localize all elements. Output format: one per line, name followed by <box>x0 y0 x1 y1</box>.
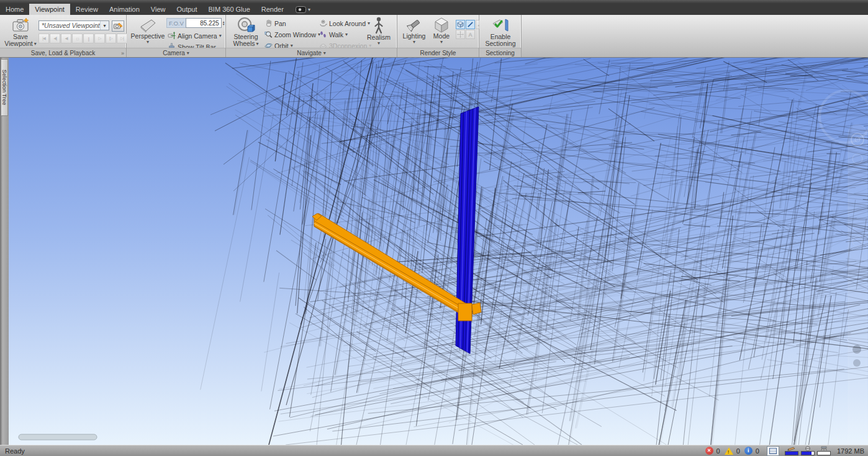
lighting-dropdown-arrow: ▾ <box>413 40 415 44</box>
tab-render[interactable]: Render <box>256 4 289 15</box>
ribbon-tab-bar: Home Viewpoint Review Animation View Out… <box>0 4 868 15</box>
media-camera-icon <box>296 6 306 13</box>
warning-icon[interactable]: ! <box>725 447 733 455</box>
pan-hand-icon <box>264 19 273 27</box>
walk-dropdown-arrow: ▾ <box>345 32 348 37</box>
sheet-browser-button[interactable] <box>767 446 779 456</box>
fov-label: F.O.V <box>166 18 186 28</box>
navbar-walk-icon[interactable] <box>853 359 861 367</box>
lighting-flashlight-icon <box>406 17 422 33</box>
navisworks-window: Home Viewpoint Review Animation View Out… <box>0 0 868 456</box>
zoom-window-button[interactable]: Zoom Window ▾ <box>264 30 320 39</box>
align-camera-icon <box>168 32 176 40</box>
panel-label-navigate: Navigate ▾ <box>226 48 397 57</box>
model-canvas[interactable] <box>9 58 868 445</box>
save-viewpoint-button[interactable]: Save Viewpoint ▾ <box>4 17 37 47</box>
panel-expander-icon[interactable]: » <box>121 50 124 56</box>
playback-stop-button[interactable]: □ <box>72 34 83 43</box>
realism-dropdown-arrow: ▾ <box>377 41 380 45</box>
tab-review[interactable]: Review <box>70 4 104 15</box>
steering-wheels-button[interactable]: Steering Wheels ▾ <box>230 17 262 47</box>
realism-button[interactable]: Realism ▾ <box>364 17 394 45</box>
ribbon: Save Viewpoint ▾ *Unsaved Viewpoint* ▾ |… <box>0 15 868 58</box>
tab-home[interactable]: Home <box>0 4 29 15</box>
enable-sectioning-label-2: Sectioning <box>485 40 515 47</box>
mode-button[interactable]: Mode ▾ <box>428 17 454 44</box>
pan-label: Pan <box>274 20 286 27</box>
walk-label: Walk <box>329 31 343 38</box>
panel-sectioning: Enable Sectioning Sectioning <box>479 15 522 57</box>
steering-wheels-dropdown-arrow: ▾ <box>256 42 259 46</box>
pencil-icon <box>787 447 796 451</box>
playback-forward-button[interactable]: ▷| <box>117 34 127 43</box>
panel-dropdown-arrow[interactable]: ▾ <box>323 50 326 56</box>
tab-animation[interactable]: Animation <box>104 4 145 15</box>
steering-wheels-icon <box>237 17 255 34</box>
viewpoint-combobox-value: *Unsaved Viewpoint* <box>39 22 100 29</box>
selection-tree-tab[interactable]: Selection Tree <box>1 59 8 116</box>
panel-render-style: Lighting ▾ Mode ▾ <box>397 15 479 57</box>
playback-play-button[interactable]: ▷ <box>94 34 105 43</box>
look-around-button[interactable]: Look Around ▾ <box>319 19 370 28</box>
save-viewpoint-label-2: Viewpoint <box>4 40 32 47</box>
status-bar: Ready × 0 ! 0 i 0 <box>0 445 868 456</box>
fov-spinner[interactable]: ▴ ▾ <box>223 20 225 26</box>
look-around-icon <box>319 19 327 27</box>
lighting-button[interactable]: Lighting ▾ <box>400 17 428 44</box>
tab-view[interactable]: View <box>145 4 171 15</box>
pan-button[interactable]: Pan <box>264 19 286 28</box>
camera-icon <box>11 17 30 34</box>
tab-bim360glue[interactable]: BIM 360 Glue <box>203 4 256 15</box>
viewpoint-combobox[interactable]: *Unsaved Viewpoint* ▾ <box>38 20 109 30</box>
mode-cube-icon <box>434 17 449 33</box>
panel-label-save-load-playback: Save, Load & Playback » <box>0 48 126 57</box>
playback-rewind-button[interactable]: |◀ <box>38 34 49 43</box>
mode-dropdown-arrow: ▾ <box>440 40 443 44</box>
perspective-button[interactable]: Perspective ▾ <box>130 18 165 44</box>
tab-viewpoint[interactable]: Viewpoint <box>29 4 70 15</box>
info-count: 0 <box>756 447 759 455</box>
edit-current-viewpoint-button[interactable] <box>112 20 124 32</box>
selection-tree-tab-label: Selection Tree <box>1 69 7 105</box>
render-lines-toggle[interactable] <box>466 20 475 29</box>
fov-spin-down[interactable]: ▾ <box>223 23 225 26</box>
playback-step-back-button[interactable]: ◀| <box>50 34 60 43</box>
panel-dropdown-arrow[interactable]: ▾ <box>187 50 189 56</box>
steering-wheels-label-2: Wheels <box>233 40 255 47</box>
redraw-progress-meter <box>785 447 798 455</box>
playback-pause-button[interactable]: || <box>83 34 94 43</box>
panel-label-render-style: Render Style <box>397 48 479 57</box>
enable-sectioning-button[interactable]: Enable Sectioning <box>482 17 518 47</box>
render-text-toggle[interactable]: A <box>466 30 475 39</box>
panel-label-sectioning: Sectioning <box>479 48 521 57</box>
sheet-list-icon <box>769 448 777 454</box>
viewpoint-combobox-arrow[interactable]: ▾ <box>100 21 109 30</box>
viewpoint-playback-controls: |◀ ◀| ◀ □ || ▷ |▷ ▷| <box>38 34 127 43</box>
tab-output[interactable]: Output <box>171 4 203 15</box>
error-icon[interactable]: × <box>705 447 713 455</box>
info-icon[interactable]: i <box>744 447 753 455</box>
align-camera-label: Align Camera <box>178 32 217 40</box>
warning-count: 0 <box>736 447 740 455</box>
fov-input[interactable] <box>186 18 222 28</box>
playback-play-backward-button[interactable]: ◀ <box>61 34 71 43</box>
media-dropdown-arrow: ▾ <box>308 7 310 12</box>
status-right-cluster: × 0 ! 0 i 0 <box>705 446 864 456</box>
media-capture-button[interactable]: ▾ <box>296 4 310 15</box>
save-viewpoint-dropdown-arrow: ▾ <box>34 42 37 46</box>
minimized-panel-pill[interactable] <box>19 434 97 440</box>
navbar-look-icon[interactable] <box>852 345 861 354</box>
status-ready-text: Ready <box>5 447 25 455</box>
perspective-dropdown-arrow: ▾ <box>147 40 149 44</box>
perspective-icon <box>138 18 157 33</box>
render-surfaces-toggle[interactable] <box>456 20 465 29</box>
look-around-label: Look Around <box>329 20 366 27</box>
render-snap-points-toggle[interactable] <box>456 30 465 39</box>
align-camera-button[interactable]: Align Camera ▾ <box>168 31 222 40</box>
beam-connection <box>458 303 472 321</box>
panel-title: Navigate <box>297 50 321 56</box>
walk-button[interactable]: Walk ▾ <box>319 30 348 39</box>
playback-step-forward-button[interactable]: |▷ <box>106 34 116 43</box>
disk-icon <box>804 446 811 451</box>
panel-title: Sectioning <box>486 50 515 56</box>
